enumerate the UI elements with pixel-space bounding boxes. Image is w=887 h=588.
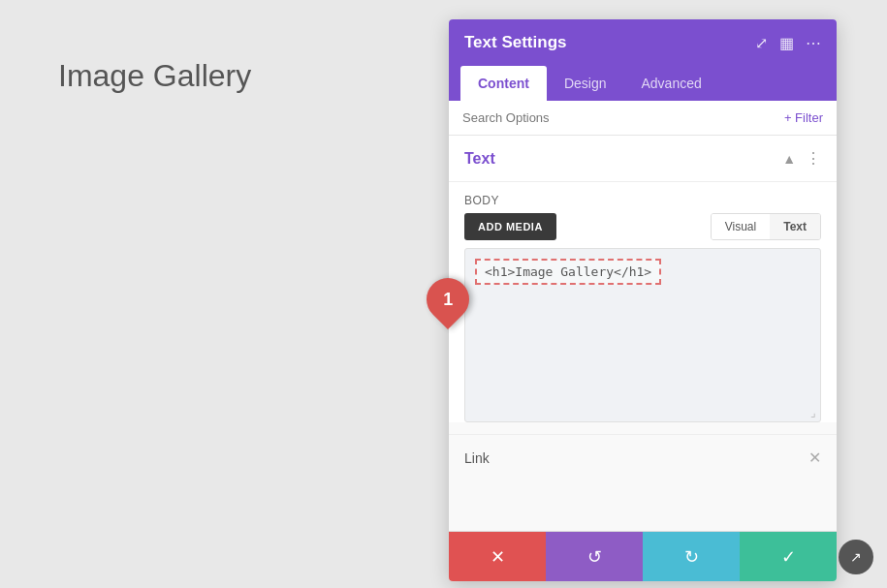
columns-icon[interactable]: ▦: [779, 34, 794, 52]
bottom-bar: ✕ ↺ ↻ ✓: [449, 531, 837, 581]
more-options-icon[interactable]: ⋯: [806, 34, 821, 52]
editor-area[interactable]: <h1>Image Gallery</h1> ⌟: [464, 248, 821, 422]
text-tab[interactable]: Text: [770, 214, 820, 239]
redo-button[interactable]: ↻: [643, 532, 740, 581]
search-bar: + Filter: [449, 101, 837, 136]
link-close-icon[interactable]: ✕: [808, 449, 821, 467]
tab-design[interactable]: Design: [547, 66, 624, 101]
link-label: Link: [464, 450, 490, 466]
resize-handle[interactable]: ⌟: [810, 406, 816, 419]
text-section: Text ▲ ⋮ Body ADD MEDIA Visual Text <h1>…: [449, 136, 837, 422]
panel-content: Text ▲ ⋮ Body ADD MEDIA Visual Text <h1>…: [449, 136, 837, 531]
panel-header: Text Settings ⤢ ▦ ⋯: [449, 19, 837, 66]
redo-icon: ↻: [684, 546, 699, 568]
step-number: 1: [443, 290, 453, 310]
section-more-icon[interactable]: ⋮: [806, 149, 821, 168]
section-header: Text ▲ ⋮: [449, 136, 837, 182]
header-icons: ⤢ ▦ ⋯: [755, 34, 821, 52]
visual-tab[interactable]: Visual: [712, 214, 770, 239]
editor-content: <h1>Image Gallery</h1>: [475, 259, 661, 285]
text-settings-panel: Text Settings ⤢ ▦ ⋯ Content Design Advan…: [449, 19, 837, 581]
view-tabs: Visual Text: [711, 213, 821, 240]
section-title: Text: [464, 150, 495, 168]
reset-button[interactable]: ↺: [546, 532, 643, 581]
tab-advanced[interactable]: Advanced: [623, 66, 718, 101]
save-icon: ✓: [781, 546, 796, 568]
page-background: Image Gallery 1 Text Settings ⤢ ▦ ⋯ Cont…: [0, 0, 887, 588]
help-icon: ↗: [850, 549, 862, 565]
section-actions: ▲ ⋮: [782, 149, 821, 168]
tab-bar: Content Design Advanced: [449, 66, 837, 101]
collapse-icon[interactable]: ▲: [782, 151, 796, 167]
add-media-button[interactable]: ADD MEDIA: [464, 213, 556, 240]
panel-title: Text Settings: [464, 33, 566, 52]
expand-icon[interactable]: ⤢: [755, 34, 768, 52]
save-button[interactable]: ✓: [740, 532, 837, 581]
tab-content[interactable]: Content: [460, 66, 547, 101]
link-section: Link ✕: [449, 434, 837, 480]
cancel-icon: ✕: [491, 546, 505, 568]
cancel-button[interactable]: ✕: [449, 532, 546, 581]
editor-toolbar: ADD MEDIA Visual Text: [449, 213, 837, 248]
help-button[interactable]: ↗: [839, 540, 873, 574]
body-label: Body: [449, 182, 837, 213]
reset-icon: ↺: [587, 546, 602, 568]
search-input[interactable]: [462, 110, 784, 125]
filter-button[interactable]: + Filter: [784, 110, 823, 125]
page-title: Image Gallery: [58, 58, 251, 94]
